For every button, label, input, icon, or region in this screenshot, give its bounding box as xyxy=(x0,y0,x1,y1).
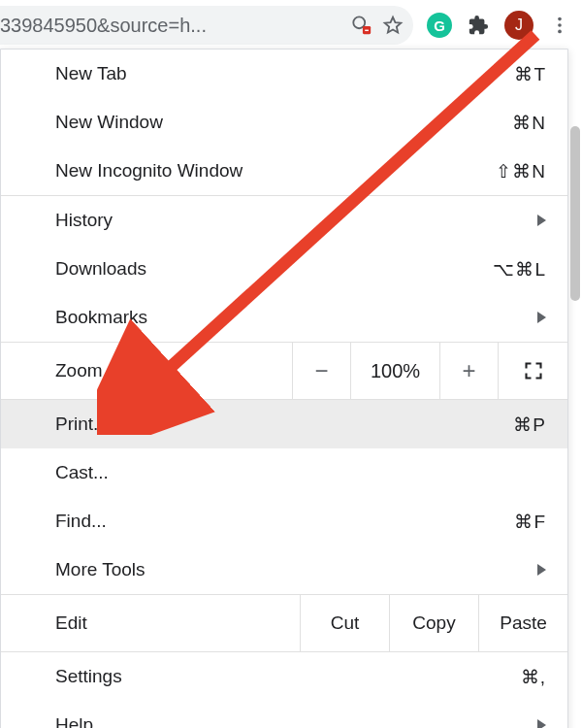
svg-rect-2 xyxy=(365,30,369,31)
svg-point-4 xyxy=(558,17,562,21)
extensions-puzzle-icon[interactable] xyxy=(466,13,491,38)
zoom-value: 100% xyxy=(350,343,439,399)
chrome-main-menu: New Tab ⌘T New Window ⌘N New Incognito W… xyxy=(0,49,568,728)
menu-item-history[interactable]: History xyxy=(1,196,567,245)
menu-item-downloads[interactable]: Downloads ⌥⌘L xyxy=(1,245,567,293)
zoom-label: Zoom xyxy=(1,343,292,399)
menu-item-help[interactable]: Help xyxy=(1,701,567,728)
submenu-arrow-icon xyxy=(537,215,546,226)
fullscreen-icon xyxy=(524,361,543,381)
site-permissions-icon[interactable] xyxy=(351,15,372,36)
menu-item-new-window[interactable]: New Window ⌘N xyxy=(1,98,567,147)
cut-button[interactable]: Cut xyxy=(300,595,389,651)
shortcut-label: ⌘P xyxy=(513,414,546,436)
kebab-menu-icon[interactable] xyxy=(547,13,572,38)
shortcut-label: ⌘N xyxy=(512,112,546,134)
profile-avatar[interactable]: J xyxy=(504,11,534,40)
grammarly-extension-icon[interactable]: G xyxy=(427,13,452,38)
zoom-out-button[interactable]: − xyxy=(292,343,350,399)
menu-item-settings[interactable]: Settings ⌘, xyxy=(1,652,567,701)
copy-button[interactable]: Copy xyxy=(389,595,478,651)
page-scrollbar[interactable] xyxy=(570,126,580,301)
menu-item-edit: Edit Cut Copy Paste xyxy=(1,595,567,651)
submenu-arrow-icon xyxy=(537,564,546,576)
svg-point-6 xyxy=(558,30,562,34)
submenu-arrow-icon xyxy=(537,312,546,323)
menu-item-bookmarks[interactable]: Bookmarks xyxy=(1,293,567,342)
bookmark-star-icon[interactable] xyxy=(382,15,404,36)
menu-item-find[interactable]: Find... ⌘F xyxy=(1,497,567,546)
shortcut-label: ⌘T xyxy=(514,63,546,85)
zoom-in-button[interactable]: + xyxy=(439,343,498,399)
menu-item-more-tools[interactable]: More Tools xyxy=(1,546,567,594)
menu-item-zoom: Zoom − 100% + xyxy=(1,343,567,399)
url-fragment: 339845950&source=h... xyxy=(0,15,341,37)
svg-point-5 xyxy=(558,23,562,27)
menu-item-new-tab[interactable]: New Tab ⌘T xyxy=(1,50,567,98)
shortcut-label: ⌘, xyxy=(521,666,546,688)
address-bar[interactable]: 339845950&source=h... xyxy=(0,6,413,45)
menu-item-print[interactable]: Print... ⌘P xyxy=(1,400,567,448)
shortcut-label: ⇧⌘N xyxy=(496,160,546,182)
submenu-arrow-icon xyxy=(537,719,546,728)
shortcut-label: ⌘F xyxy=(514,511,546,533)
paste-button[interactable]: Paste xyxy=(478,595,567,651)
shortcut-label: ⌥⌘L xyxy=(493,258,546,281)
fullscreen-button[interactable] xyxy=(498,343,567,399)
menu-item-cast[interactable]: Cast... xyxy=(1,448,567,497)
menu-item-incognito[interactable]: New Incognito Window ⇧⌘N xyxy=(1,147,567,195)
browser-toolbar: 339845950&source=h... G J xyxy=(0,0,582,50)
edit-label: Edit xyxy=(1,595,300,651)
svg-marker-3 xyxy=(385,17,402,33)
